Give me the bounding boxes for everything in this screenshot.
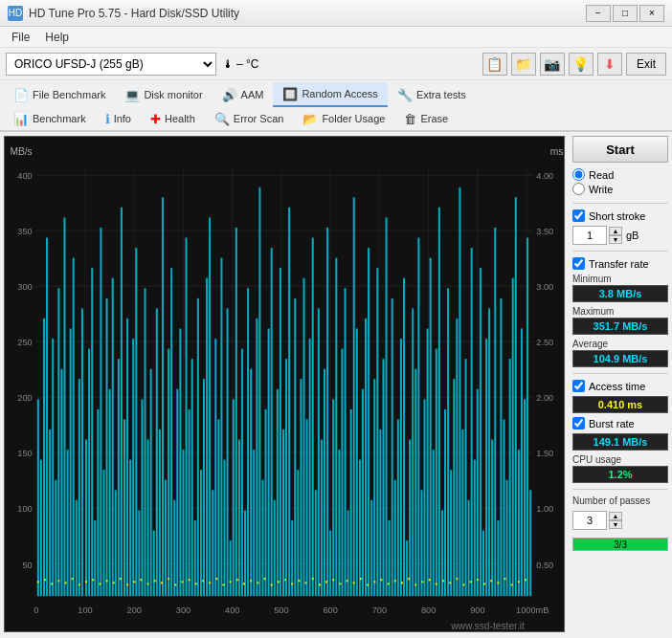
svg-rect-186 xyxy=(474,460,476,596)
svg-rect-198 xyxy=(509,359,511,596)
tab-disk-monitor[interactable]: 💻 Disk monitor xyxy=(115,82,212,107)
svg-rect-52 xyxy=(78,379,80,596)
transfer-rate-checkbox[interactable] xyxy=(572,257,585,270)
toolbar-clipboard-button[interactable]: 📋 xyxy=(482,53,507,76)
short-stroke-checkbox[interactable] xyxy=(572,209,585,222)
svg-text:100: 100 xyxy=(17,504,32,514)
toolbar-camera-button[interactable]: 📷 xyxy=(540,53,565,76)
svg-rect-102 xyxy=(227,308,229,596)
svg-rect-47 xyxy=(63,217,65,596)
error-scan-icon: 🔍 xyxy=(214,112,230,126)
transfer-rate-label: Transfer rate xyxy=(589,258,649,270)
toolbar-download-button[interactable]: ⬇ xyxy=(597,53,622,76)
svg-rect-253 xyxy=(360,578,362,580)
svg-text:100: 100 xyxy=(78,605,92,615)
exit-button[interactable]: Exit xyxy=(626,53,666,76)
tab-info[interactable]: ℹ Info xyxy=(96,107,141,130)
read-radio-label[interactable]: Read xyxy=(572,168,668,181)
access-time-checkbox[interactable] xyxy=(572,380,585,392)
burst-rate-label: Burst rate xyxy=(589,418,635,429)
svg-rect-54 xyxy=(85,440,87,597)
disk-monitor-icon: 💻 xyxy=(124,88,140,102)
tab-erase[interactable]: 🗑 Erase xyxy=(394,107,458,130)
passes-input[interactable] xyxy=(572,511,607,530)
tab-random-access[interactable]: 🔲 Random Access xyxy=(273,82,387,107)
tab-extra-tests[interactable]: 🔧 Extra tests xyxy=(388,82,476,107)
svg-text:0.50: 0.50 xyxy=(536,560,553,569)
svg-rect-152 xyxy=(373,379,375,596)
passes-progress-bar: 3/3 xyxy=(572,538,668,551)
svg-rect-74 xyxy=(144,288,146,596)
svg-rect-133 xyxy=(318,308,320,596)
tab-benchmark[interactable]: 📊 Benchmark xyxy=(4,107,96,130)
svg-rect-203 xyxy=(524,399,526,596)
access-time-label: Access time xyxy=(589,381,645,392)
close-button[interactable]: × xyxy=(639,5,664,22)
svg-rect-259 xyxy=(401,582,403,583)
toolbar-info-button[interactable]: 💡 xyxy=(569,53,594,76)
svg-rect-100 xyxy=(220,258,222,596)
svg-rect-95 xyxy=(206,278,208,596)
svg-rect-127 xyxy=(300,379,302,596)
access-time-checkbox-label[interactable]: Access time xyxy=(572,380,668,392)
svg-rect-171 xyxy=(430,258,432,596)
write-radio[interactable] xyxy=(572,183,585,195)
svg-rect-136 xyxy=(326,228,328,596)
temperature-display: 🌡 – °C xyxy=(222,57,258,71)
short-stroke-checkbox-label[interactable]: Short stroke xyxy=(572,209,668,222)
svg-rect-114 xyxy=(261,480,263,596)
passes-up[interactable]: ▲ xyxy=(609,512,622,520)
write-radio-label[interactable]: Write xyxy=(572,183,668,195)
tab-health[interactable]: ✚ Health xyxy=(141,107,205,130)
svg-rect-231 xyxy=(209,582,211,583)
minimize-button[interactable]: − xyxy=(586,5,611,22)
start-button[interactable]: Start xyxy=(572,136,668,163)
divider-2 xyxy=(572,251,668,252)
svg-rect-89 xyxy=(189,409,190,596)
svg-rect-208 xyxy=(51,583,53,584)
svg-rect-80 xyxy=(162,197,164,596)
erase-icon: 🗑 xyxy=(404,112,416,126)
read-write-group: Read Write xyxy=(572,166,668,197)
svg-rect-206 xyxy=(37,581,39,583)
window-controls[interactable]: − □ × xyxy=(586,5,664,22)
read-radio[interactable] xyxy=(572,168,585,181)
tab-file-benchmark[interactable]: 📄 File Benchmark xyxy=(4,82,115,107)
svg-rect-172 xyxy=(433,450,435,596)
drive-selector[interactable]: ORICO UFSD-J (255 gB) xyxy=(6,53,216,76)
tab-error-scan[interactable]: 🔍 Error Scan xyxy=(205,107,294,130)
svg-rect-272 xyxy=(490,580,492,582)
menu-help[interactable]: Help xyxy=(37,29,77,45)
maximum-value: 351.7 MB/s xyxy=(572,318,668,335)
menu-file[interactable]: File xyxy=(4,29,37,45)
transfer-rate-checkbox-label[interactable]: Transfer rate xyxy=(572,257,668,270)
tab-aam[interactable]: 🔊 AAM xyxy=(213,82,274,107)
svg-text:400: 400 xyxy=(17,171,32,181)
extra-tests-icon: 🔧 xyxy=(397,88,413,102)
svg-rect-122 xyxy=(285,359,287,596)
tab-health-label: Health xyxy=(165,113,195,124)
burst-rate-checkbox-label[interactable]: Burst rate xyxy=(572,417,668,429)
burst-rate-checkbox[interactable] xyxy=(572,417,585,429)
short-stroke-up[interactable]: ▲ xyxy=(609,227,622,235)
passes-input-group: ▲ ▼ xyxy=(572,511,668,530)
svg-rect-195 xyxy=(500,298,502,596)
short-stroke-down[interactable]: ▼ xyxy=(609,235,622,244)
maximize-button[interactable]: □ xyxy=(613,5,638,22)
svg-rect-260 xyxy=(408,578,410,580)
svg-rect-81 xyxy=(165,480,167,596)
svg-rect-276 xyxy=(518,581,520,583)
tab-folder-usage[interactable]: 📂 Folder Usage xyxy=(293,107,394,130)
svg-rect-156 xyxy=(386,217,388,596)
svg-rect-264 xyxy=(436,583,437,584)
svg-rect-168 xyxy=(420,490,422,596)
toolbar-folder-button[interactable]: 📁 xyxy=(511,53,536,76)
short-stroke-input[interactable] xyxy=(572,226,607,245)
svg-rect-93 xyxy=(200,470,202,596)
svg-rect-199 xyxy=(512,278,514,596)
svg-rect-239 xyxy=(263,578,265,580)
svg-rect-101 xyxy=(223,460,225,596)
svg-rect-134 xyxy=(321,440,323,597)
passes-down[interactable]: ▼ xyxy=(609,520,622,529)
svg-rect-215 xyxy=(99,583,101,584)
